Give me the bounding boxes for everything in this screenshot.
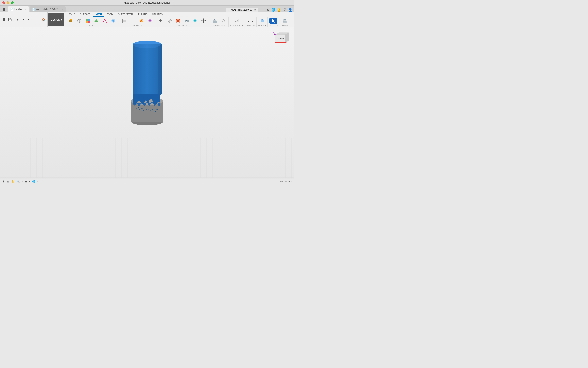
tab-sheetmetal[interactable]: SHEET METAL — [116, 12, 136, 17]
title-bar: Autodesk Fusion 360 (Education License) — [0, 0, 294, 6]
modify-btn-5[interactable] — [191, 18, 199, 24]
status-icon-display[interactable]: ▣ — [25, 180, 27, 183]
group-create: + CREATE ▾ — [65, 17, 119, 27]
ribbon-nav: SOLID SURFACE MESH FORM SHEET METAL PLAS… — [65, 12, 294, 27]
save-button[interactable]: 💾 — [7, 17, 12, 22]
create-btn-6[interactable]: + — [109, 18, 117, 24]
svg-rect-31 — [161, 20, 162, 22]
active-tab-close[interactable]: ✕ — [253, 8, 256, 11]
redo-button[interactable]: ↪ — [27, 17, 32, 22]
tab-form[interactable]: FORM — [104, 12, 116, 17]
group-insert: INSERT ▾ — [257, 17, 268, 27]
tab-utilities[interactable]: UTILITIES — [150, 12, 165, 17]
prepare-btn-1[interactable] — [120, 18, 129, 24]
svg-text:X: X — [287, 42, 288, 44]
new-tab-button[interactable]: + — [260, 8, 264, 12]
assemble-btn-1[interactable] — [211, 18, 219, 24]
view-gizmo[interactable]: FRONT Z X — [272, 30, 290, 49]
tab-untitled[interactable]: 📄 Untitled ✕ — [8, 7, 29, 12]
tab-label-rawmodel1: rawmodel-151290*(1) — [36, 8, 59, 11]
tab-close-rawmodel1[interactable]: ✕ — [61, 8, 64, 11]
group-assemble: ASSEMBLE ▾ — [209, 17, 229, 27]
tab-close-untitled[interactable]: ✕ — [24, 8, 27, 11]
minimize-button[interactable] — [7, 1, 9, 4]
status-icon-env-dropdown[interactable]: ▾ — [37, 180, 38, 183]
home-button[interactable]: 🏠 — [41, 17, 46, 22]
svg-marker-79 — [274, 33, 276, 35]
group-construct-label: CONSTRUCT — [230, 25, 242, 27]
prepare-btn-3[interactable] — [137, 18, 146, 24]
account-button[interactable]: 👤 — [288, 8, 292, 12]
refresh-button[interactable]: ↻ — [266, 8, 270, 12]
status-icon-display-dropdown[interactable]: ▾ — [29, 180, 30, 183]
svg-rect-2 — [3, 10, 4, 11]
tab-rawmodel1[interactable]: 📄 rawmodel-151290*(1) ✕ — [29, 7, 66, 12]
viewport[interactable]: FRONT Z X ⚙ ⊞ ✋ 🔍 ▾ ▣ ▾ 🌐 ▾ MeshBody2 — [0, 28, 294, 184]
undo-dropdown-button[interactable]: ▾ — [21, 17, 26, 22]
svg-marker-41 — [201, 20, 202, 22]
group-prepare-arrow[interactable]: ▾ — [141, 25, 142, 27]
app-title: Autodesk Fusion 360 (Education License) — [123, 1, 171, 4]
select-btn[interactable] — [269, 18, 277, 24]
create-btn-2[interactable] — [75, 18, 83, 24]
tab-solid[interactable]: SOLID — [66, 12, 77, 17]
group-modify-arrow[interactable]: ▾ — [186, 25, 187, 27]
browser-button[interactable]: 🌐 — [271, 8, 275, 12]
create-btn-4[interactable] — [92, 18, 100, 24]
inspect-btn-1[interactable]: ← → — [246, 18, 254, 24]
group-assemble-arrow[interactable]: ▾ — [224, 25, 224, 27]
group-modify: MODIFY ▾ — [156, 17, 209, 27]
modify-btn-6[interactable] — [199, 18, 208, 24]
modify-btn-1[interactable] — [157, 18, 165, 24]
notification-button[interactable]: 🔔 — [277, 8, 281, 12]
help-button[interactable]: ? — [283, 8, 287, 12]
status-icon-grid[interactable]: ⊞ — [7, 180, 9, 183]
prepare-btn-4[interactable] — [146, 18, 154, 24]
tab-icon-untitled: 📄 — [10, 8, 13, 11]
group-construct-arrow[interactable]: ▾ — [242, 25, 243, 27]
tab-mesh[interactable]: MESH — [93, 12, 104, 17]
maximize-button[interactable] — [11, 1, 14, 4]
status-icon-settings[interactable]: ⚙ — [2, 180, 5, 183]
group-export: EXPORT ▾ — [280, 17, 290, 27]
status-icon-zoom-dropdown[interactable]: ▾ — [22, 180, 23, 183]
group-construct: CONSTRUCT ▾ — [229, 17, 244, 27]
group-export-arrow[interactable]: ▾ — [289, 25, 289, 27]
tab-surface[interactable]: SURFACE — [77, 12, 93, 17]
group-select-arrow[interactable]: ▾ — [277, 25, 278, 27]
status-icon-pan[interactable]: ✋ — [11, 180, 14, 183]
undo-button[interactable]: ↩ — [16, 17, 20, 22]
status-bar-right: MeshBody2 — [280, 180, 292, 183]
export-btn[interactable] — [281, 18, 289, 24]
create-btn-5[interactable] — [101, 18, 109, 24]
group-create-arrow[interactable]: ▾ — [95, 25, 96, 27]
active-tab-indicator: ⬡ rawmodel-151290*(1) ✕ — [226, 8, 258, 11]
grid-icon-btn[interactable] — [2, 17, 7, 22]
design-button[interactable]: DESIGN ▾ — [48, 13, 64, 27]
svg-rect-0 — [3, 8, 4, 9]
group-inspect: ← → INSPECT ▾ — [245, 17, 257, 27]
svg-point-38 — [194, 20, 196, 22]
close-button[interactable] — [2, 1, 5, 4]
group-inspect-arrow[interactable]: ▾ — [254, 25, 255, 27]
modify-btn-4[interactable] — [183, 18, 191, 24]
redo-dropdown-button[interactable]: ▾ — [33, 17, 37, 22]
assemble-btn-2[interactable] — [219, 18, 227, 24]
create-btn-1[interactable] — [67, 18, 75, 24]
svg-marker-43 — [203, 18, 204, 19]
svg-rect-58 — [261, 20, 264, 22]
status-icon-zoom[interactable]: 🔍 — [16, 180, 20, 183]
grid-menu-icon[interactable] — [2, 7, 7, 12]
construct-btn-1[interactable] — [233, 18, 241, 24]
tab-plastic[interactable]: PLASTIC — [136, 12, 150, 17]
prepare-btn-2[interactable] — [129, 18, 137, 24]
modify-btn-2[interactable] — [166, 18, 174, 24]
svg-rect-30 — [159, 20, 161, 22]
group-insert-arrow[interactable]: ▾ — [265, 25, 266, 27]
insert-btn-1[interactable] — [258, 18, 266, 24]
svg-text:←  →: ← → — [249, 19, 252, 21]
status-icon-env[interactable]: 🌐 — [32, 180, 35, 183]
modify-btn-3[interactable] — [174, 18, 182, 24]
svg-rect-12 — [86, 18, 88, 21]
create-btn-3[interactable] — [84, 18, 92, 24]
